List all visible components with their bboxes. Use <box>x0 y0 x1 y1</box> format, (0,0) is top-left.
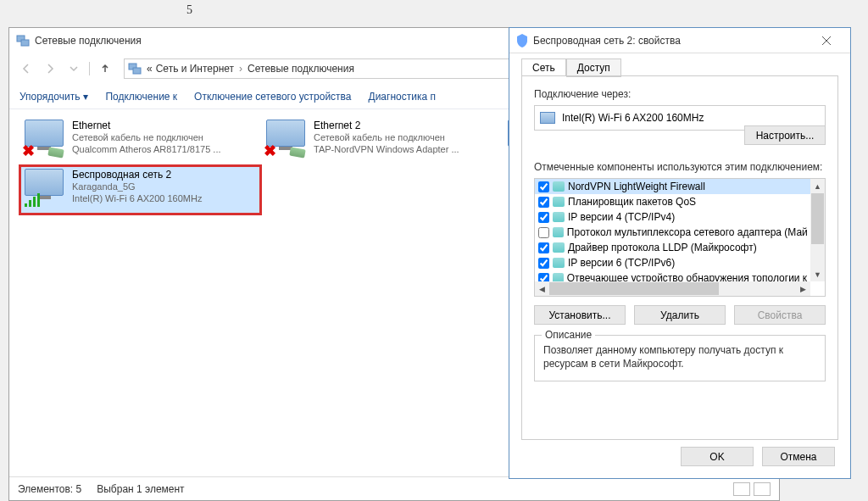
annotation-top-marker: 5 <box>186 3 192 17</box>
connection-name: Ethernet <box>72 120 256 132</box>
back-button[interactable] <box>16 58 36 79</box>
props-title-bar[interactable]: Беспроводная сеть 2: свойства <box>509 28 850 53</box>
tab-network[interactable]: Сеть <box>521 58 566 76</box>
connection-status: Сетевой кабель не подключен <box>72 132 256 144</box>
ok-button[interactable]: OK <box>681 447 754 466</box>
component-label: NordVPN LightWeight Firewall <box>568 181 705 192</box>
organize-menu[interactable]: Упорядочить▾ <box>19 91 88 103</box>
breadcrumb-seg1[interactable]: Сеть и Интернет <box>154 63 236 75</box>
component-checkbox[interactable] <box>538 258 549 269</box>
svg-rect-6 <box>33 197 36 207</box>
diagnose-button[interactable]: Диагностика п <box>369 91 436 103</box>
component-icon <box>553 242 565 253</box>
details-view-button[interactable] <box>733 482 750 496</box>
component-icon <box>553 181 565 192</box>
disable-device-button[interactable]: Отключение сетевого устройства <box>194 91 351 103</box>
tab-panel-network: Подключение через: Intel(R) Wi-Fi 6 AX20… <box>521 75 838 440</box>
component-item[interactable]: Протокол мультиплексора сетевого адаптер… <box>535 225 810 240</box>
component-item[interactable]: IP версии 6 (TCP/IPv6) <box>535 255 810 270</box>
properties-button[interactable]: Свойства <box>734 305 826 325</box>
scroll-up-icon[interactable]: ▲ <box>810 179 825 193</box>
connection-icon: ✖ <box>266 120 307 160</box>
scroll-thumb-h[interactable] <box>549 282 719 295</box>
components-label: Отмеченные компоненты используются этим … <box>534 161 826 173</box>
components-listbox[interactable]: NordVPN LightWeight FirewallПланировщик … <box>534 178 826 297</box>
component-icon <box>553 212 565 222</box>
description-legend: Описание <box>542 329 595 341</box>
svg-rect-1 <box>21 40 29 46</box>
component-checkbox[interactable] <box>538 181 549 192</box>
connection-item[interactable]: Беспроводная сеть 2Karaganda_5GIntel(R) … <box>19 165 261 214</box>
component-item[interactable]: Драйвер протокола LLDP (Майкрософт) <box>535 240 810 255</box>
cancel-button[interactable]: Отмена <box>762 447 835 466</box>
component-item[interactable]: IP версии 4 (TCP/IPv4) <box>535 209 810 225</box>
address-bar-icon <box>128 62 142 75</box>
remove-button[interactable]: Удалить <box>634 305 726 325</box>
forward-button[interactable] <box>40 58 60 79</box>
disconnected-x-icon: ✖ <box>264 142 276 160</box>
svg-rect-4 <box>25 203 27 207</box>
close-button[interactable] <box>810 31 843 51</box>
nav-separator <box>89 62 90 75</box>
adapter-name-text: Intel(R) Wi-Fi 6 AX200 160MHz <box>562 112 704 124</box>
component-checkbox[interactable] <box>538 227 549 238</box>
component-label: IP версии 4 (TCP/IPv4) <box>568 211 675 223</box>
organize-label: Упорядочить <box>19 91 80 103</box>
connection-icon <box>25 169 65 209</box>
scroll-left-icon[interactable]: ◀ <box>535 281 549 296</box>
props-title-text: Беспроводная сеть 2: свойства <box>533 35 681 47</box>
tab-access[interactable]: Доступ <box>566 58 621 77</box>
component-label: Планировщик пакетов QoS <box>568 196 696 208</box>
disconnected-x-icon: ✖ <box>22 142 35 160</box>
component-label: Протокол мультиплексора сетевого адаптер… <box>567 226 807 238</box>
icons-view-button[interactable] <box>754 482 771 496</box>
wifi-signal-icon <box>25 193 42 207</box>
network-connections-icon <box>16 34 30 47</box>
scroll-down-icon[interactable]: ▼ <box>810 267 825 281</box>
configure-button[interactable]: Настроить... <box>744 125 826 145</box>
connection-item[interactable]: ✖Ethernet 2Сетевой кабель не подключенTA… <box>261 116 503 165</box>
up-button[interactable] <box>95 58 115 79</box>
component-checkbox[interactable] <box>538 212 549 223</box>
breadcrumb-prefix: « <box>145 63 154 75</box>
component-icon <box>553 258 565 268</box>
description-group: Описание Позволяет данному компьютеру по… <box>534 335 826 381</box>
dialog-footer: OK Отмена <box>681 447 835 466</box>
adapter-icon <box>540 112 555 124</box>
explorer-window-title: Сетевые подключения <box>35 35 142 47</box>
tab-strip: Сеть Доступ <box>509 53 850 75</box>
connection-icon: ✖ <box>25 120 65 160</box>
status-item-count: Элементов: 5 <box>18 483 81 495</box>
component-item[interactable]: NordVPN LightWeight Firewall <box>535 179 810 194</box>
connection-status: Сетевой кабель не подключен <box>314 132 498 144</box>
adapter-properties-dialog: Беспроводная сеть 2: свойства Сеть Досту… <box>509 27 851 479</box>
component-item[interactable]: Планировщик пакетов QoS <box>535 194 810 209</box>
component-checkbox[interactable] <box>538 197 549 208</box>
explorer-status-bar: Элементов: 5 Выбран 1 элемент <box>9 476 779 500</box>
install-button[interactable]: Установить... <box>534 305 626 325</box>
dropdown-icon: ▾ <box>83 91 88 103</box>
connect-via-label: Подключение через: <box>534 88 826 100</box>
component-checkbox[interactable] <box>538 242 549 253</box>
connection-name: Беспроводная сеть 2 <box>72 169 256 181</box>
connection-item[interactable]: ✖EthernetСетевой кабель не подключенQual… <box>19 116 261 165</box>
horizontal-scrollbar[interactable]: ◀ ▶ <box>535 281 810 296</box>
connection-name: Ethernet 2 <box>314 120 498 132</box>
scroll-right-icon[interactable]: ▶ <box>796 281 810 296</box>
status-selected-count: Выбран 1 элемент <box>97 483 184 495</box>
component-label: IP версии 6 (TCP/IPv6) <box>568 257 675 269</box>
breadcrumb-seg2[interactable]: Сетевые подключения <box>246 63 356 75</box>
component-icon <box>553 197 565 207</box>
component-icon <box>553 227 564 237</box>
connection-adapter: Qualcomm Atheros AR8171/8175 ... <box>72 144 256 156</box>
component-button-row: Установить... Удалить Свойства <box>534 305 826 325</box>
svg-rect-7 <box>37 193 40 207</box>
connection-adapter: TAP-NordVPN Windows Adapter ... <box>314 144 498 156</box>
connect-to-button[interactable]: Подключение к <box>105 91 177 103</box>
breadcrumb-chevron-icon[interactable]: › <box>236 63 246 75</box>
scroll-thumb-v[interactable] <box>811 193 824 244</box>
component-label: Драйвер протокола LLDP (Майкрософт) <box>568 242 757 253</box>
history-dropdown[interactable] <box>64 58 84 79</box>
connection-adapter: Intel(R) Wi-Fi 6 AX200 160MHz <box>72 193 256 205</box>
vertical-scrollbar[interactable]: ▲ ▼ <box>810 179 825 281</box>
